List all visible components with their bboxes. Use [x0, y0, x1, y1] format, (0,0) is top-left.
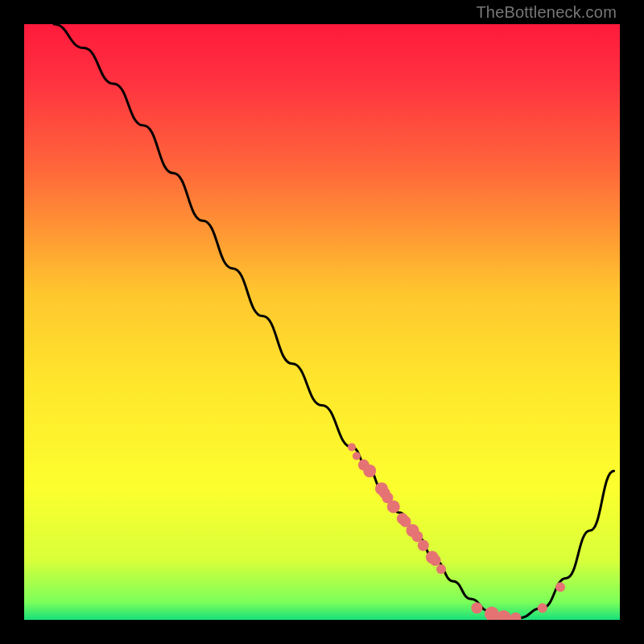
marker-point	[471, 602, 482, 613]
attribution-text: TheBottleneck.com	[476, 3, 617, 22]
marker-point	[538, 603, 547, 613]
marker-point	[418, 540, 429, 551]
marker-point	[353, 452, 361, 460]
marker-point	[363, 464, 376, 477]
marker-point	[387, 500, 400, 513]
marker-point	[348, 443, 356, 451]
marker-point	[555, 582, 565, 592]
chart-frame	[24, 24, 620, 620]
chart-background	[24, 24, 620, 620]
marker-point	[436, 564, 446, 574]
marker-point	[430, 555, 441, 566]
bottleneck-chart	[24, 24, 620, 620]
